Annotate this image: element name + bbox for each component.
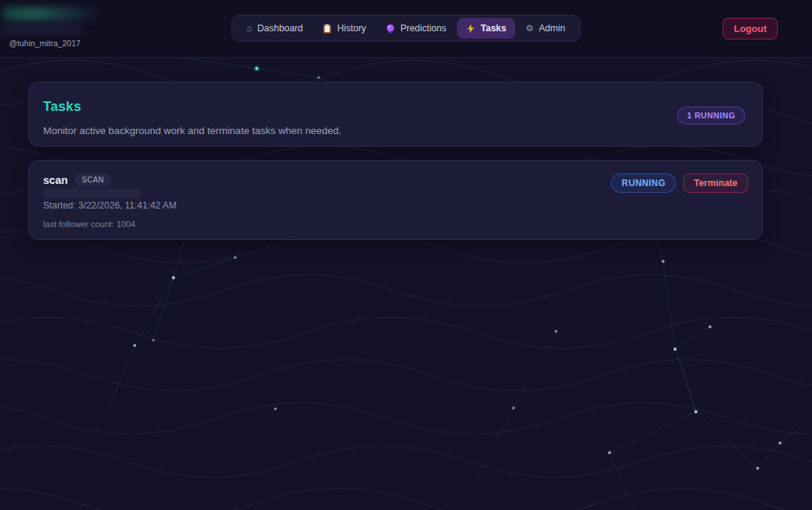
redacted-text-blurred [43,188,141,199]
task-detail-text: last follower count: 1004 [43,220,135,229]
running-count-badge: 1 RUNNING [677,106,745,124]
crystal-ball-icon [386,24,395,34]
terminate-button[interactable]: Terminate [683,173,748,193]
nav-item-history[interactable]: History [313,18,375,39]
username-handle: @tuhin_mitra_2017 [9,39,80,48]
gear-icon: ⚙ [525,24,534,33]
nav-label-predictions: Predictions [400,23,447,34]
task-actions: RUNNING Terminate [611,173,748,193]
nav-label-admin: Admin [539,23,565,34]
main-nav: ⌂ Dashboard History Predictions Tasks ⚙ … [231,15,581,42]
app-logo-subtitle-blurred [0,23,83,36]
nav-item-tasks[interactable]: Tasks [457,18,516,39]
clipboard-icon [322,24,332,34]
task-type-badge: SCAN [74,173,112,186]
tasks-panel: Tasks Monitor active background work and… [28,82,763,147]
page-subtitle: Monitor active background work and termi… [43,125,342,136]
nav-label-dashboard: Dashboard [258,23,303,34]
lightning-icon [466,24,476,34]
page-title: Tasks [43,99,81,115]
nav-item-admin[interactable]: ⚙ Admin [517,18,574,39]
task-status-badge: RUNNING [611,173,676,193]
header: @tuhin_mitra_2017 ⌂ Dashboard History Pr… [0,0,812,58]
logout-button[interactable]: Logout [723,18,778,39]
nav-item-predictions[interactable]: Predictions [377,18,455,39]
home-icon: ⌂ [247,24,252,33]
nav-label-history: History [337,23,366,34]
task-started-timestamp: Started: 3/22/2026, 11:41:42 AM [43,200,176,211]
app-logo-blurred [1,7,106,21]
task-title-row: scan SCAN [43,173,112,186]
task-name: scan [43,174,68,186]
nav-label-tasks: Tasks [481,23,507,34]
nav-item-dashboard[interactable]: ⌂ Dashboard [238,18,312,39]
task-card: scan SCAN RUNNING Terminate Started: 3/2… [28,160,763,240]
